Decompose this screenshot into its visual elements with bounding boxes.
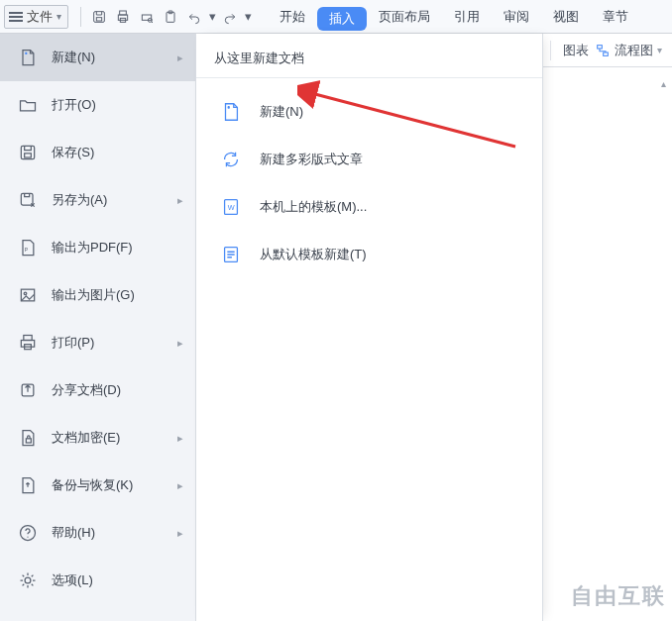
file-item-label: 新建(N) (52, 49, 95, 66)
tab-sections[interactable]: 章节 (591, 0, 640, 34)
sub-item-label: 新建多彩版式文章 (260, 151, 363, 168)
svg-rect-24 (26, 439, 31, 443)
chevron-down-icon: ▾ (657, 45, 662, 55)
new-document-sub-panel: 从这里新建文档 新建(N) 新建多彩版式文章 W 本机上的模板(M)... 从默… (196, 34, 543, 621)
file-item-label: 选项(L) (52, 571, 93, 589)
template-default-icon (220, 244, 242, 265)
file-item-export-pdf[interactable]: P 输出为PDF(F) (0, 224, 195, 271)
print-preview-button[interactable] (135, 5, 159, 29)
redo-button[interactable] (218, 5, 242, 29)
image-export-icon (18, 285, 38, 305)
sub-item-new-colorful[interactable]: 新建多彩版式文章 (196, 136, 542, 183)
separator (550, 41, 551, 60)
clipboard-icon (163, 9, 178, 25)
sub-item-new-blank[interactable]: 新建(N) (196, 88, 542, 136)
file-item-label: 备份与恢复(K) (52, 476, 133, 494)
tab-page-layout[interactable]: 页面布局 (367, 0, 442, 34)
file-item-label: 输出为PDF(F) (52, 239, 133, 257)
file-item-label: 保存(S) (52, 144, 94, 161)
file-menu-button[interactable]: 文件 ▾ (4, 5, 68, 29)
vertical-scrollbar[interactable]: ▴ (656, 77, 670, 611)
sub-item-default-template[interactable]: 从默认模板新建(T) (196, 231, 542, 278)
chevron-right-icon: ▸ (177, 52, 183, 64)
chevron-down-icon: ▾ (56, 11, 61, 22)
svg-rect-16 (21, 193, 33, 205)
file-item-label: 帮助(H) (52, 524, 95, 542)
tab-insert[interactable]: 插入 (317, 7, 367, 31)
chevron-right-icon: ▸ (177, 194, 183, 207)
file-item-label: 打印(P) (52, 334, 94, 352)
gear-icon (18, 570, 38, 590)
tab-start[interactable]: 开始 (268, 0, 317, 34)
print-icon (18, 333, 38, 353)
file-menu-panel: 新建(N) ▸ 打开(O) 保存(S) 另存为(A) ▸ P 输出为PDF(F)… (0, 34, 196, 621)
undo-dropdown[interactable]: ▾ (206, 5, 218, 29)
svg-rect-2 (120, 11, 127, 15)
new-doc-icon (18, 48, 38, 67)
separator (80, 7, 81, 27)
file-item-share[interactable]: 分享文档(D) (0, 366, 195, 414)
sub-item-label: 从默认模板新建(T) (260, 246, 367, 263)
print-preview-icon (139, 9, 155, 25)
refresh-doc-icon (220, 149, 242, 170)
file-item-label: 输出为图片(G) (52, 286, 135, 304)
file-item-encrypt[interactable]: 文档加密(E) ▸ (0, 414, 195, 462)
folder-open-icon (18, 95, 38, 115)
ribbon-tabs: 开始 插入 页面布局 引用 审阅 视图 章节 (268, 0, 640, 34)
separator (196, 77, 542, 78)
svg-point-27 (25, 577, 31, 583)
toolbar-more-dropdown[interactable]: ▾ (242, 5, 254, 29)
hamburger-icon (9, 12, 23, 22)
save-icon (91, 9, 107, 25)
sub-panel-title: 从这里新建文档 (196, 34, 542, 77)
svg-rect-20 (24, 336, 32, 341)
file-item-export-image[interactable]: 输出为图片(G) (0, 271, 195, 319)
template-local-icon: W (220, 196, 242, 218)
svg-point-26 (27, 537, 28, 538)
chevron-right-icon: ▸ (177, 527, 183, 540)
file-item-backup[interactable]: 备份与恢复(K) ▸ (0, 462, 195, 509)
file-item-save[interactable]: 保存(S) (0, 129, 195, 176)
save-as-icon (18, 190, 38, 210)
ribbon-chart-label: 图表 (563, 42, 589, 59)
file-item-new[interactable]: 新建(N) ▸ (0, 34, 195, 81)
watermark-text: 自由互联 (571, 581, 666, 611)
svg-text:P: P (25, 247, 29, 253)
tab-review[interactable]: 审阅 (492, 0, 541, 34)
file-item-label: 另存为(A) (52, 191, 107, 209)
svg-rect-13 (604, 52, 609, 55)
svg-text:W: W (228, 203, 235, 212)
file-item-save-as[interactable]: 另存为(A) ▸ (0, 176, 195, 224)
print-quick-button[interactable] (111, 5, 135, 29)
tab-references[interactable]: 引用 (442, 0, 492, 34)
file-item-label: 打开(O) (52, 96, 96, 114)
svg-rect-1 (96, 17, 101, 20)
chevron-right-icon: ▸ (177, 432, 183, 445)
sub-item-label: 新建(N) (260, 103, 303, 121)
undo-button[interactable] (182, 5, 206, 29)
scroll-up-icon[interactable]: ▴ (656, 77, 670, 91)
backup-icon (18, 475, 38, 495)
print-quick-icon (115, 9, 131, 25)
svg-rect-3 (118, 15, 127, 20)
file-item-help[interactable]: 帮助(H) ▸ (0, 509, 195, 557)
tab-view[interactable]: 视图 (541, 0, 591, 34)
chevron-right-icon: ▸ (177, 479, 183, 492)
new-doc-icon (220, 101, 242, 123)
svg-rect-15 (25, 154, 32, 157)
paste-quick-button[interactable] (159, 5, 182, 29)
file-item-options[interactable]: 选项(L) (0, 557, 195, 604)
ribbon-flowchart-button[interactable]: 流程图 ▾ (595, 42, 662, 59)
sub-item-local-templates[interactable]: W 本机上的模板(M)... (196, 183, 542, 231)
document-area: ▴ (543, 67, 672, 621)
svg-rect-12 (598, 45, 603, 48)
file-item-print[interactable]: 打印(P) ▸ (0, 319, 195, 366)
file-item-open[interactable]: 打开(O) (0, 81, 195, 129)
save-quick-button[interactable] (87, 5, 111, 29)
help-icon (18, 523, 38, 543)
undo-icon (186, 9, 202, 25)
ribbon-flowchart-label: 流程图 (615, 42, 653, 59)
ribbon-chart-button-partial[interactable]: 图表 (563, 42, 589, 59)
svg-rect-21 (21, 341, 34, 348)
file-item-label: 文档加密(E) (52, 429, 120, 447)
